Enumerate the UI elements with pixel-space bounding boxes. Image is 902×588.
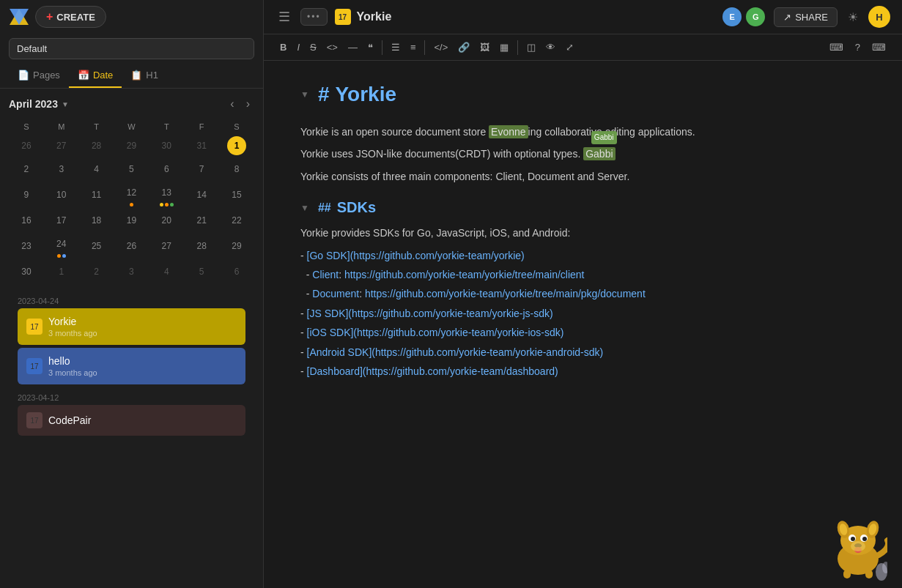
toolbar-preview[interactable]: 👁 [541, 39, 560, 56]
cal-day[interactable]: 30 [149, 134, 184, 157]
toolbar-table[interactable]: ▦ [495, 39, 513, 56]
cal-day[interactable]: 25 [79, 232, 114, 260]
cal-day[interactable]: 19 [114, 209, 149, 232]
create-button[interactable]: + CREATE [35, 6, 106, 28]
doc-item-title-yorkie: Yorkie [48, 316, 237, 327]
toolbar-fullscreen[interactable]: ⤢ [561, 39, 578, 56]
cal-day[interactable]: 6 [149, 157, 184, 181]
cal-day[interactable]: 13 [149, 181, 184, 209]
cal-day[interactable]: 28 [79, 134, 114, 157]
sdk-link-client[interactable]: Client [312, 269, 339, 280]
cal-day[interactable]: 21 [184, 209, 219, 232]
cal-day[interactable]: 20 [149, 209, 184, 232]
workspace-dropdown[interactable]: Default [9, 38, 254, 59]
cal-day[interactable]: 24 [44, 232, 79, 260]
share-button[interactable]: ↗ SHARE [774, 7, 838, 27]
doc-item-meta-yorkie: 3 months ago [48, 329, 237, 338]
cal-day[interactable]: 1 [44, 260, 79, 283]
toolbar-ordered-list[interactable]: ≡ [406, 39, 421, 56]
calendar-next-button[interactable]: › [242, 96, 254, 112]
toolbar-keyboard[interactable]: ⌨ [868, 39, 890, 56]
cal-day[interactable]: 23 [9, 232, 44, 260]
more-options-button[interactable]: ••• [300, 8, 328, 26]
cal-day[interactable]: 1 [219, 134, 254, 157]
cal-day[interactable]: 14 [184, 181, 219, 209]
calendar-prev-button[interactable]: ‹ [226, 96, 238, 112]
svg-rect-16 [865, 570, 873, 578]
cal-day[interactable]: 4 [79, 157, 114, 181]
sdk-link-dashboard[interactable]: [Dashboard] [307, 365, 363, 377]
toolbar-bullet-list[interactable]: ☰ [387, 39, 404, 56]
cal-day[interactable]: 6 [219, 260, 254, 283]
sdk-link-ios[interactable]: [iOS SDK] [307, 327, 354, 338]
toolbar-link[interactable]: 🔗 [454, 39, 474, 56]
doc-item-yorkie[interactable]: 17 Yorkie 3 months ago [18, 308, 245, 345]
cal-day[interactable]: 10 [44, 181, 79, 209]
cal-day[interactable]: 28 [184, 232, 219, 260]
doc-item-codepair[interactable]: 17 CodePair [18, 405, 245, 436]
sdks-collapse-arrow[interactable]: ▼ [300, 203, 309, 213]
cal-day[interactable]: 22 [219, 209, 254, 232]
doc-item-content-hello: hello 3 months ago [48, 355, 237, 377]
date-label-1: 2023-04-24 [18, 291, 245, 308]
cal-day[interactable]: 11 [79, 181, 114, 209]
toolbar-code-inline[interactable]: <> [322, 39, 342, 56]
cal-day[interactable]: 5 [184, 260, 219, 283]
cal-day[interactable]: 27 [149, 232, 184, 260]
cal-day[interactable]: 9 [9, 181, 44, 209]
tab-date[interactable]: 📅 Date [69, 64, 122, 88]
toolbar-blockquote[interactable]: ❝ [363, 39, 377, 56]
title-collapse-arrow[interactable]: ▼ [300, 89, 309, 100]
cal-day[interactable]: 7 [184, 157, 219, 181]
dow-sun: S [9, 119, 44, 134]
tab-pages[interactable]: 📄 Pages [9, 64, 69, 88]
cal-day[interactable]: 17 [44, 209, 79, 232]
calendar-header: April 2023 ▼ ‹ › [9, 96, 254, 112]
cal-day[interactable]: 4 [149, 260, 184, 283]
toolbar-help[interactable]: ? [851, 39, 865, 56]
top-bar-left: + CREATE [0, 0, 263, 34]
toolbar-divider[interactable]: — [344, 39, 362, 56]
toolbar-italic[interactable]: I [292, 39, 304, 56]
cal-day[interactable]: 29 [114, 134, 149, 157]
cal-day[interactable]: 30 [9, 260, 44, 283]
sdk-link-go[interactable]: [Go SDK] [307, 250, 350, 261]
sdk-link-document[interactable]: Document [312, 288, 359, 299]
cal-day[interactable]: 29 [219, 232, 254, 260]
toolbar-split-view[interactable]: ◫ [522, 39, 540, 56]
toolbar-image[interactable]: 🖼 [476, 39, 494, 56]
menu-toggle-button[interactable]: ☰ [276, 6, 293, 28]
cal-day[interactable]: 16 [9, 209, 44, 232]
cal-day[interactable]: 15 [219, 181, 254, 209]
cal-day[interactable]: 2 [79, 260, 114, 283]
toolbar-bold[interactable]: B [276, 39, 291, 56]
cal-day[interactable]: 18 [79, 209, 114, 232]
cal-day[interactable]: 31 [184, 134, 219, 157]
sdk-link-android[interactable]: [Android SDK] [307, 346, 372, 358]
sdk-list: - [Go SDK](https://github.com/yorkie-tea… [300, 248, 865, 380]
yorkie-mascot [829, 515, 887, 581]
cal-day[interactable]: 27 [44, 134, 79, 157]
doc-item-title-hello: hello [48, 355, 237, 367]
toolbar-pin[interactable]: ⌨ [825, 39, 848, 56]
doc-item-icon-codepair: 17 [26, 412, 42, 428]
svg-rect-15 [843, 570, 851, 578]
cal-day[interactable]: 2 [9, 157, 44, 181]
sdk-link-js[interactable]: [JS SDK] [307, 308, 349, 319]
right-panel: ☰ ••• 17 Yorkie E G ↗ SHARE ☀ H [264, 0, 902, 588]
cal-day[interactable]: 26 [9, 134, 44, 157]
cal-day[interactable]: 3 [114, 260, 149, 283]
cal-day[interactable]: 5 [114, 157, 149, 181]
cal-day[interactable]: 12 [114, 181, 149, 209]
collaborator-avatars: E G [721, 6, 766, 28]
cal-day[interactable]: 8 [219, 157, 254, 181]
cal-day[interactable]: 26 [114, 232, 149, 260]
theme-toggle-button[interactable]: ☀ [845, 7, 861, 27]
toolbar-code-block[interactable]: </> [429, 39, 452, 56]
cal-day[interactable]: 3 [44, 157, 79, 181]
top-bar-right-right: E G ↗ SHARE ☀ H [721, 6, 890, 28]
tab-h1[interactable]: 📋 H1 [122, 64, 167, 88]
doc-item-hello[interactable]: 17 hello 3 months ago [18, 348, 245, 384]
editor-area: ▼ # Yorkie Yorkie is an open source docu… [264, 61, 902, 588]
toolbar-strikethrough[interactable]: S [306, 39, 321, 56]
